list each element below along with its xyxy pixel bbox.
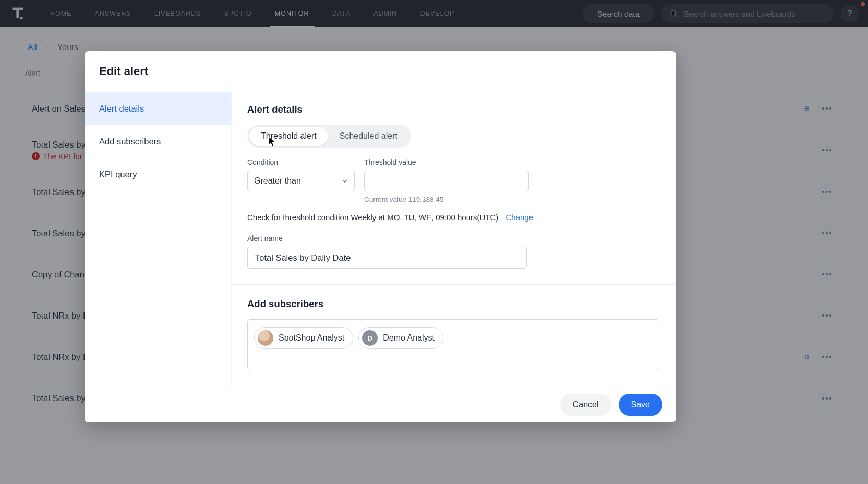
condition-selected-value: Greater than — [254, 176, 301, 186]
alert-type-toggle: Threshold alert Scheduled alert — [247, 125, 411, 148]
chevron-down-icon — [342, 178, 348, 184]
sidebar-item-kpi-query[interactable]: KPI query — [85, 158, 231, 191]
condition-label: Condition — [247, 158, 355, 166]
threshold-value-input[interactable] — [364, 171, 529, 191]
section-divider — [232, 284, 676, 285]
modal-content: Alert details Threshold alert Scheduled … — [232, 90, 676, 386]
avatar: D — [362, 330, 378, 346]
toggle-threshold-alert[interactable]: Threshold alert — [249, 127, 328, 146]
add-subscribers-heading: Add subscribers — [247, 298, 660, 310]
change-schedule-link[interactable]: Change — [505, 213, 533, 222]
sidebar-item-alert-details[interactable]: Alert details — [85, 92, 231, 125]
cancel-button[interactable]: Cancel — [560, 394, 611, 416]
condition-select[interactable]: Greater than — [247, 171, 355, 191]
schedule-summary: Check for threshold condition Weekly at … — [247, 213, 660, 222]
modal-header: Edit alert — [85, 51, 676, 90]
modal-body: Alert details Add subscribers KPI query … — [85, 90, 676, 386]
threshold-label: Threshold value — [364, 158, 529, 166]
avatar — [258, 330, 273, 346]
current-value-hint: Current value 119,188.45 — [364, 196, 529, 203]
modal-footer: Cancel Save — [85, 386, 676, 422]
subscriber-name: Demo Analyst — [383, 333, 435, 343]
subscriber-chip[interactable]: SpotShop Analyst — [254, 327, 353, 349]
modal-sidebar: Alert details Add subscribers KPI query — [85, 90, 232, 386]
alert-name-label: Alert name — [247, 234, 660, 243]
subscriber-chip[interactable]: D Demo Analyst — [358, 327, 443, 349]
sidebar-item-add-subscribers[interactable]: Add subscribers — [85, 125, 231, 158]
alert-details-heading: Alert details — [247, 104, 660, 115]
edit-alert-modal: Edit alert Alert details Add subscribers… — [85, 51, 676, 422]
subscribers-input[interactable]: SpotShop Analyst D Demo Analyst — [247, 319, 659, 370]
alert-name-input[interactable] — [247, 247, 527, 269]
subscriber-name: SpotShop Analyst — [279, 333, 344, 343]
save-button[interactable]: Save — [619, 394, 662, 416]
toggle-scheduled-alert[interactable]: Scheduled alert — [328, 127, 409, 146]
modal-title: Edit alert — [99, 65, 661, 78]
